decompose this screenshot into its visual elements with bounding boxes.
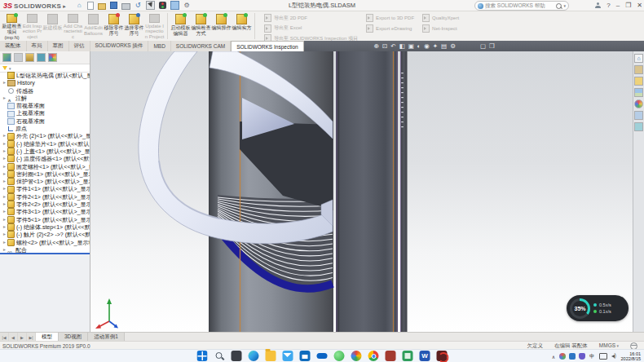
graphics-viewport[interactable]: 35% 0.5x/s 0.1x/s	[90, 51, 633, 332]
qat-button-icon[interactable]	[98, 3, 106, 10]
expand-arrow-icon[interactable]	[2, 223, 7, 231]
tree-item[interactable]: L型铠装热电偶 (默认<默认_显示状态-1	[0, 72, 90, 79]
tree-item[interactable]: 零件3<1> (默认<<默认>_显示状态	[0, 208, 90, 215]
qat-button-icon[interactable]	[110, 2, 117, 9]
taskbar-app-icon[interactable]	[266, 351, 276, 361]
tree-item[interactable]: (-) 上盖<1> (默认<<默认>_显示状态	[0, 148, 90, 155]
tree-item[interactable]: 原点	[0, 125, 90, 132]
export-menu-item[interactable]: Export eDrawing	[366, 24, 414, 33]
expand-arrow-icon[interactable]	[2, 140, 7, 148]
panel-tab-icon[interactable]	[48, 53, 57, 62]
export-menu-item[interactable]: Net-Inspect	[422, 24, 459, 33]
ribbon-tab[interactable]: 装配体	[0, 41, 27, 51]
headsup-icon[interactable]: ⊕	[374, 41, 379, 51]
tree-item[interactable]: 密封圈<1> (默认<<默认>_显示状态	[0, 170, 90, 178]
expand-arrow-icon[interactable]	[2, 216, 7, 223]
ime-indicator[interactable]: 中	[589, 353, 595, 360]
minimize-button[interactable]: –	[616, 2, 620, 9]
qat-button-icon[interactable]	[159, 2, 166, 9]
search-icon[interactable]	[556, 3, 562, 9]
tree-item[interactable]: 零件2<2> (默认<<默认>_显示状态	[0, 201, 90, 208]
tree-item[interactable]: 外壳 (2)<1> (默认<<默认>_显示状态	[0, 132, 90, 139]
menu-flyout-arrow-icon[interactable]: ▸	[63, 3, 66, 10]
ribbon-tab[interactable]: 草图	[48, 41, 69, 51]
taskbar-clock[interactable]: 16:01 2022/8/15	[621, 351, 641, 361]
ribbon-button[interactable]: Add Characteristic	[63, 12, 83, 40]
ribbon-button[interactable]: Update Inspection Project	[144, 12, 165, 40]
tree-item[interactable]: 零件5<1> (默认<<默认>_显示状态	[0, 216, 90, 223]
ribbon-button[interactable]: 启动模板编辑器	[170, 12, 191, 40]
hidden-icons-caret[interactable]: ∧	[552, 354, 555, 360]
taskbar-app-icon[interactable]	[420, 351, 430, 361]
ribbon-button[interactable]: 编辑实方	[232, 12, 252, 40]
tray-icon[interactable]	[569, 353, 576, 360]
taskbar-app-icon[interactable]	[351, 351, 362, 361]
expand-arrow-icon[interactable]	[2, 155, 7, 162]
ribbon-button[interactable]: 新建检查项目 (imp:N)	[2, 12, 22, 40]
headsup-icon[interactable]: ✦	[433, 41, 438, 51]
taskbar-app-icon[interactable]	[403, 351, 413, 361]
ribbon-tab[interactable]: SOLIDWORKS Inspection	[231, 41, 304, 51]
ribbon-tab[interactable]: SOLIDWORKS CAM	[171, 41, 231, 51]
headsup-icon[interactable]: ◧	[399, 41, 405, 51]
ribbon-button[interactable]: 选择零件序号	[124, 12, 144, 40]
expand-arrow-icon[interactable]	[2, 178, 7, 185]
qat-button-icon[interactable]	[76, 2, 83, 9]
taskbar-app-icon[interactable]	[283, 351, 293, 361]
tree-item[interactable]: 上视基准面	[0, 109, 90, 117]
tree-item[interactable]: 固定螺栓<1> (默认<<默认>_显示状	[0, 163, 90, 170]
ribbon-button[interactable]: Edit Inspection Project	[22, 12, 42, 40]
headsup-icon[interactable]: ▤	[441, 41, 447, 51]
taskbar-app-icon[interactable]	[386, 351, 396, 361]
taskbar-app-icon[interactable]	[197, 351, 208, 361]
restore-button[interactable]: ❐	[625, 2, 631, 9]
taskbar-app-icon[interactable]	[232, 351, 242, 361]
ribbon-button[interactable]: 移除零件序号	[104, 12, 124, 40]
panel-tab-icon[interactable]	[2, 53, 11, 62]
panel-tab-icon[interactable]	[14, 53, 23, 62]
filter-dropdown-icon[interactable]: ▾	[9, 66, 11, 71]
headsup-icon[interactable]: ⊡	[382, 41, 387, 51]
tree-item[interactable]: 螺栓<2> (默认<<默认>_显示状态	[0, 239, 90, 246]
tree-item[interactable]: History	[0, 79, 90, 86]
expand-arrow-icon[interactable]	[2, 170, 7, 178]
expand-arrow-icon[interactable]	[2, 231, 7, 238]
ribbon-tab[interactable]: 评估	[69, 41, 90, 51]
tray-icon[interactable]	[559, 353, 566, 360]
export-menu-item[interactable]: 导出至 2D PDF	[264, 14, 358, 22]
expand-arrow-icon[interactable]	[2, 132, 7, 139]
panel-tab-icon[interactable]	[25, 53, 34, 62]
taskbar-app-icon[interactable]	[368, 351, 379, 361]
help-button[interactable]: ?	[607, 2, 610, 9]
expand-arrow-icon[interactable]	[2, 95, 7, 102]
task-pane-icon[interactable]	[634, 99, 643, 108]
task-pane-icon[interactable]	[634, 65, 643, 74]
close-button[interactable]: ✕	[637, 2, 642, 9]
expand-arrow-icon[interactable]	[2, 208, 7, 215]
task-pane-icon[interactable]	[634, 54, 643, 63]
expand-arrow-icon[interactable]	[2, 79, 7, 86]
tree-item[interactable]: (-) 绝缘体.step<1> (默认<<默认>_显	[0, 223, 90, 231]
headsup-icon[interactable]: ❐	[489, 41, 495, 51]
tree-item[interactable]: 前视基准面	[0, 102, 90, 109]
ribbon-tab[interactable]: SOLIDWORKS 插件	[90, 41, 149, 51]
taskbar-app-icon[interactable]	[300, 351, 311, 361]
search-dropdown-icon[interactable]: ▾	[563, 3, 566, 8]
ribbon-tab[interactable]: 布局	[27, 41, 48, 51]
headsup-icon[interactable]: ◉	[424, 41, 430, 51]
headsup-icon[interactable]: ▣	[408, 41, 414, 51]
export-menu-item[interactable]: Export to 3D PDF	[366, 14, 414, 22]
qat-button-icon[interactable]	[135, 2, 142, 9]
tree-item[interactable]: 传感器	[0, 87, 90, 95]
tree-item[interactable]: 右视基准面	[0, 117, 90, 125]
tree-item[interactable]: 注解	[0, 95, 90, 102]
qat-button-icon[interactable]	[121, 3, 130, 10]
ribbon-button[interactable]: 新建模板	[42, 12, 63, 40]
expand-arrow-icon[interactable]	[2, 163, 7, 170]
expand-arrow-icon[interactable]	[2, 185, 7, 192]
qat-button-icon[interactable]	[170, 1, 179, 10]
login-user-icon[interactable]	[595, 2, 601, 8]
tray-icon[interactable]	[611, 353, 617, 360]
headsup-icon[interactable]: ↶	[390, 41, 395, 51]
tree-item[interactable]: 零件2<1> (默认<<默认>_显示状态	[0, 193, 90, 201]
